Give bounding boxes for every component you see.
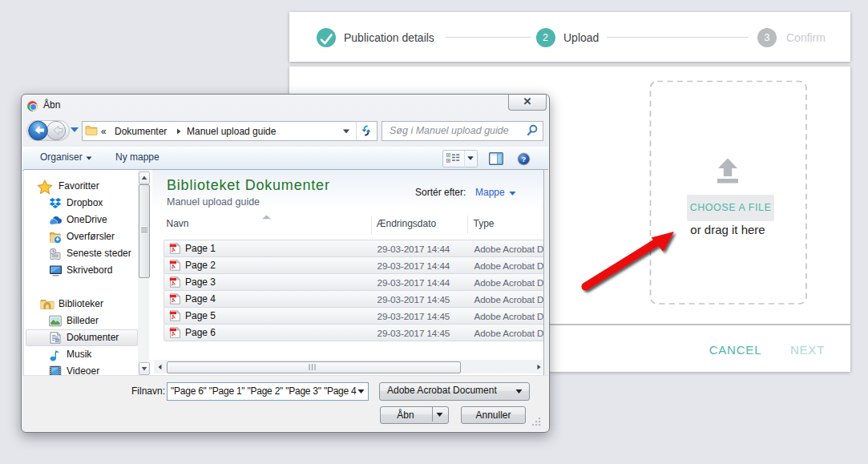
svg-text:?: ? (522, 155, 527, 163)
